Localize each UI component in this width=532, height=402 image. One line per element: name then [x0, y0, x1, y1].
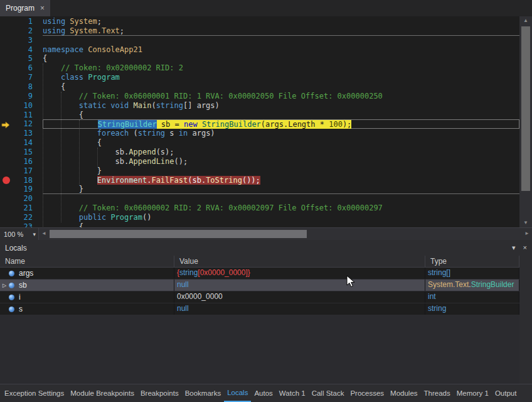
panel-title: Locals	[5, 244, 27, 253]
panel-tab-watch-1[interactable]: Watch 1	[276, 384, 309, 402]
variable-value[interactable]: null	[174, 280, 425, 291]
scroll-left-icon[interactable]: ◄	[39, 228, 49, 240]
app-window: Program × 1using System;2using System.Te…	[0, 0, 532, 385]
variable-name: i	[19, 292, 21, 303]
locals-grid-rows: args{string[0x0000_0000]}string[]▷sbnull…	[0, 268, 519, 315]
document-tabbar: Program ×	[0, 0, 532, 16]
code-line[interactable]: 6 // Token: 0x02000002 RID: 2	[0, 63, 519, 73]
code-line[interactable]: 19 }	[0, 185, 519, 194]
panel-tab-breakpoints[interactable]: Breakpoints	[137, 384, 182, 402]
code-lines: 1using System;2using System.Text;34names…	[0, 16, 519, 227]
code-area[interactable]: 1using System;2using System.Text;34names…	[0, 16, 519, 227]
code-line[interactable]: 3	[0, 36, 519, 45]
line-number: 8	[0, 82, 33, 92]
variable-value[interactable]: null	[174, 303, 425, 315]
close-icon[interactable]: ×	[523, 244, 527, 252]
variable-type: string	[425, 303, 519, 315]
code-line[interactable]: 10 static void Main(string[] args)	[0, 101, 519, 111]
line-number: 5	[0, 54, 33, 63]
code-line[interactable]: 1using System;	[0, 17, 519, 26]
locals-grid: NameValueType args{string[0x0000_0000]}s…	[0, 256, 519, 385]
panel-tab-memory-1[interactable]: Memory 1	[454, 384, 492, 402]
code-line[interactable]: 4namespace ConsoleApp21	[0, 45, 519, 55]
chevron-down-icon[interactable]: ▾	[33, 231, 38, 237]
scroll-down-icon[interactable]: ▼	[519, 219, 532, 227]
tab-close-icon[interactable]: ×	[40, 4, 45, 13]
code-line[interactable]: 20	[0, 194, 519, 204]
panel-tab-call-stack[interactable]: Call Stack	[309, 384, 348, 402]
editor-horizontal-scrollbar[interactable]: ◄ ►	[39, 228, 532, 240]
line-number: 10	[0, 101, 33, 111]
current-statement-arrow-icon	[1, 120, 10, 129]
zoom-combobox[interactable]: 100 % ▾	[0, 228, 39, 240]
code-line[interactable]: 18 Environment.FailFast(sb.ToString());	[0, 176, 519, 185]
variable-name: args	[19, 268, 33, 279]
line-number: 21	[0, 204, 33, 213]
local-variable-icon	[9, 283, 14, 288]
line-number: 1	[0, 17, 33, 26]
editor-bottom-strip: 100 % ▾ ◄ ►	[0, 227, 532, 240]
panel-tab-modules[interactable]: Modules	[387, 384, 420, 402]
variable-type: int	[425, 291, 519, 303]
code-line[interactable]: 23 {	[0, 222, 519, 227]
editor-vertical-scrollbar[interactable]: ▲ ▼	[519, 16, 532, 227]
code-line[interactable]: 16 sb.AppendLine();	[0, 157, 519, 166]
panel-tab-processes[interactable]: Processes	[347, 384, 387, 402]
code-line[interactable]: 21 // Token: 0x06000002 RID: 2 RVA: 0x00…	[0, 204, 519, 213]
line-number: 22	[0, 213, 33, 222]
panel-tab-output[interactable]: Output	[492, 384, 520, 402]
code-line[interactable]: 7 class Program	[0, 73, 519, 82]
locals-panel-header[interactable]: Locals ▾ ×	[0, 240, 532, 256]
panel-tab-bookmarks[interactable]: Bookmarks	[182, 384, 225, 402]
locals-row-i[interactable]: i0x0000_0000int	[0, 291, 519, 303]
line-number: 9	[0, 92, 33, 101]
code-line[interactable]: 13 foreach (string s in args)	[0, 129, 519, 138]
panel-tab-threads[interactable]: Threads	[421, 384, 454, 402]
variable-value[interactable]: 0x0000_0000	[174, 291, 425, 303]
panel-tab-autos[interactable]: Autos	[251, 384, 275, 402]
tab-program[interactable]: Program ×	[0, 0, 50, 16]
locals-row-s[interactable]: snullstring	[0, 303, 519, 315]
variable-value[interactable]: {string[0x0000_0000]}	[174, 268, 425, 279]
locals-row-sb[interactable]: ▷sbnullSystem.Text.StringBuilder	[0, 280, 519, 291]
code-line[interactable]: 8 {	[0, 82, 519, 92]
code-line[interactable]: 17 }	[0, 166, 519, 176]
window-position-icon[interactable]: ▾	[512, 244, 516, 252]
line-number: 14	[0, 138, 33, 148]
column-header-name[interactable]: Name	[0, 256, 174, 267]
panel-tab-exception-settings[interactable]: Exception Settings	[1, 384, 67, 402]
variable-type: System.Text.StringBuilder	[425, 280, 519, 291]
tab-title: Program	[6, 4, 35, 13]
code-line[interactable]: 22 public Program()	[0, 213, 519, 222]
code-line[interactable]: 11 {	[0, 111, 519, 120]
line-number: 17	[0, 166, 33, 176]
code-line[interactable]: 2using System.Text;	[0, 26, 519, 36]
local-variable-icon	[9, 271, 14, 276]
code-line[interactable]: 14 {	[0, 138, 519, 148]
line-number: 13	[0, 129, 33, 138]
horizontal-scroll-thumb[interactable]	[50, 230, 307, 238]
line-number: 16	[0, 157, 33, 166]
line-number: 4	[0, 45, 33, 55]
code-line[interactable]: 5{	[0, 54, 519, 63]
line-number: 19	[0, 185, 33, 194]
line-number: 23	[0, 222, 33, 227]
vertical-scroll-thumb[interactable]	[521, 26, 530, 191]
line-number: 20	[0, 194, 33, 204]
column-header-type[interactable]: Type	[425, 256, 519, 267]
column-header-value[interactable]: Value	[174, 256, 425, 267]
locals-row-args[interactable]: args{string[0x0000_0000]}string[]	[0, 268, 519, 280]
panel-tab-locals[interactable]: Locals	[224, 384, 251, 402]
code-line[interactable]: 12 StringBuilder sb = new StringBuilder(…	[0, 119, 519, 129]
scroll-right-icon[interactable]: ►	[522, 228, 532, 240]
code-line[interactable]: 9 // Token: 0x06000001 RID: 1 RVA: 0x000…	[0, 92, 519, 101]
line-number: 7	[0, 73, 33, 82]
variable-name: sb	[19, 280, 27, 291]
local-variable-icon	[9, 295, 14, 300]
line-number: 3	[0, 36, 33, 45]
expand-arrow-icon[interactable]: ▷	[0, 280, 9, 291]
scroll-up-icon[interactable]: ▲	[519, 16, 532, 25]
breakpoint-icon[interactable]	[3, 177, 10, 184]
code-line[interactable]: 15 sb.Append(s);	[0, 148, 519, 157]
panel-tab-module-breakpoints[interactable]: Module Breakpoints	[67, 384, 137, 402]
